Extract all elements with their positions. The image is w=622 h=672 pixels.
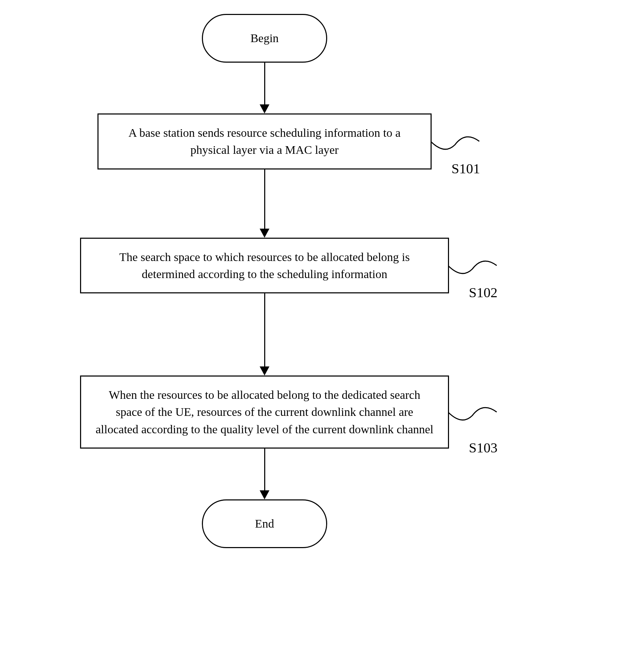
step-2-label: S102 <box>469 283 497 303</box>
arrow-down-icon <box>260 63 269 113</box>
process-step-3-text: When the resources to be allocated belon… <box>96 388 434 436</box>
connector-curve-icon <box>448 398 518 426</box>
begin-label: Begin <box>250 32 278 45</box>
process-step-3: When the resources to be allocated belon… <box>80 375 449 449</box>
process-step-2: The search space to which resources to b… <box>80 238 449 294</box>
arrow-down-icon <box>260 293 269 375</box>
connector-curve-icon <box>431 127 500 155</box>
process-step-2-text: The search space to which resources to b… <box>119 251 410 280</box>
connector-curve-icon <box>448 252 518 279</box>
step-3-label: S103 <box>469 438 497 458</box>
arrow-down-icon <box>260 169 269 238</box>
process-step-1: A base station sends resource scheduling… <box>97 113 432 169</box>
process-step-1-text: A base station sends resource scheduling… <box>128 126 401 156</box>
begin-terminator: Begin <box>202 14 327 63</box>
arrow-down-icon <box>260 449 269 499</box>
end-label: End <box>255 517 274 530</box>
step-1-label: S101 <box>451 159 480 179</box>
flowchart: Begin A base station sends resource sche… <box>56 14 473 548</box>
end-terminator: End <box>202 499 327 548</box>
